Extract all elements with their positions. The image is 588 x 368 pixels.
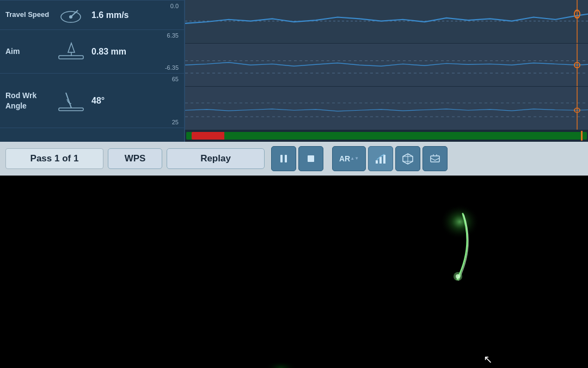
svg-rect-8 [185,0,588,43]
svg-rect-25 [376,160,378,164]
aim-label: Aim [5,46,54,56]
scale-top: 65 [172,76,179,82]
rod-angle-icon [54,87,87,114]
scale-bottom: -6.35 [165,64,179,71]
charts-area [185,0,588,142]
travel-speed-value: 1.6 mm/s [91,10,128,20]
metric-row-rod-angle: Rod Wrk Angle 48° 65 25 [0,74,184,128]
svg-marker-4 [68,43,75,52]
top-panel: Travel Speed 1.6 mm/s 0.0 Aim [0,0,588,142]
chart-view-button[interactable] [368,146,393,171]
scale-top: 6.35 [165,32,179,39]
metric-row-travel-speed: Travel Speed 1.6 mm/s 0.0 [0,0,184,30]
svg-rect-22 [280,155,283,162]
metric-row-aim: Aim 0.83 mm 6.35 -6.35 [0,30,184,74]
aim-value: 0.83 mm [91,47,126,57]
wps-button[interactable]: WPS [108,148,162,169]
svg-rect-23 [285,155,287,162]
svg-line-7 [66,93,71,108]
view-controls: AR ▲▼ [332,146,448,171]
ar-label: AR [339,155,350,162]
playback-controls [271,146,323,171]
metrics-panel: Travel Speed 1.6 mm/s 0.0 Aim [0,0,185,142]
stop-button[interactable] [298,146,323,171]
timeline-red-section [192,132,224,140]
svg-rect-27 [383,155,385,164]
svg-rect-6 [59,108,83,111]
aim-icon [54,38,87,65]
control-bar: Pass 1 of 1 WPS Replay AR ▲▼ [0,142,588,176]
overlay-view-button[interactable] [422,146,448,171]
travel-speed-scale: 0.0 [170,1,179,29]
svg-point-39 [454,272,462,281]
aim-scale: 6.35 -6.35 [165,30,179,73]
replay-button[interactable]: Replay [167,148,265,169]
travel-speed-label: Travel Speed [5,10,54,20]
timeline-bar[interactable] [185,130,588,142]
chart-aim [185,44,588,87]
rod-angle-label: Rod Wrk Angle [5,91,54,110]
svg-rect-12 [185,44,588,87]
scale-top: 0.0 [170,3,179,9]
chart-travel-speed [185,0,588,44]
rod-angle-scale: 65 25 [172,74,179,128]
svg-rect-26 [379,157,382,164]
rod-angle-value: 48° [91,96,105,106]
svg-rect-24 [308,155,314,162]
timeline-marker [581,131,583,141]
pass-display: Pass 1 of 1 [5,148,103,169]
svg-point-36 [403,197,501,285]
video-area: ↖ [0,176,588,368]
svg-point-2 [69,15,72,19]
timeline-track[interactable] [186,132,587,140]
svg-rect-17 [185,87,588,130]
cube-view-button[interactable] [395,146,420,171]
ar-button[interactable]: AR ▲▼ [332,146,366,171]
chart-rod-angle [185,87,588,130]
svg-rect-3 [59,56,83,59]
pause-button[interactable] [271,146,296,171]
scale-bottom: 25 [172,119,179,125]
travel-speed-icon [54,2,87,29]
